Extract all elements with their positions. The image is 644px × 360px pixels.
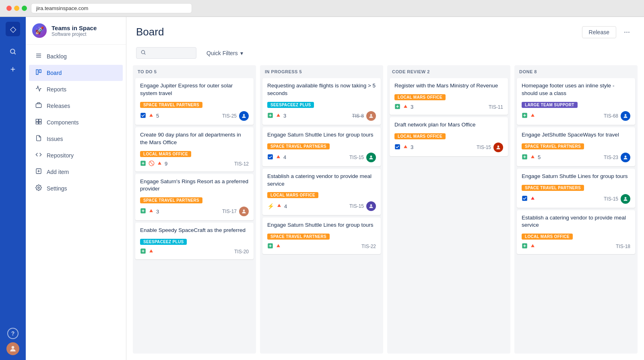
table-row[interactable]: Enable Speedy SpaceCraft as the preferre… xyxy=(135,223,254,259)
svg-marker-47 xyxy=(277,204,281,207)
project-info: Teams in Space Software project xyxy=(52,25,97,37)
reports-label: Reports xyxy=(47,86,66,93)
svg-rect-10 xyxy=(36,104,41,108)
fullscreen-button[interactable] xyxy=(22,6,27,11)
user-avatar[interactable] xyxy=(6,342,19,355)
search-nav-icon[interactable] xyxy=(6,44,20,59)
svg-marker-63 xyxy=(531,114,535,117)
svg-marker-45 xyxy=(277,155,280,158)
sidebar-item-reports[interactable]: Reports xyxy=(29,81,123,97)
card-avatar xyxy=(239,207,249,216)
board-header: Board Release ··· xyxy=(126,17,644,44)
reports-icon xyxy=(35,85,42,93)
page-title: Board xyxy=(136,26,164,38)
add-icon xyxy=(394,103,400,111)
table-row[interactable]: Create 90 day plans for all departments … xyxy=(135,127,254,172)
search-input[interactable] xyxy=(149,50,192,56)
sidebar-item-components[interactable]: Components xyxy=(29,114,123,130)
column-header-done: DONE 8 xyxy=(514,65,638,77)
card-title: Engage Saturn Shuttle Lines for group to… xyxy=(267,221,376,229)
close-button[interactable] xyxy=(6,6,12,11)
svg-rect-9 xyxy=(39,70,41,72)
table-row[interactable]: Draft network plan for Mars Office LOCAL… xyxy=(390,117,508,156)
table-row[interactable]: Register with the Mars Ministry of Reven… xyxy=(390,78,508,115)
check-icon xyxy=(522,195,528,203)
table-row[interactable]: Engage Jupiter Express for outer solar s… xyxy=(135,78,254,125)
table-row[interactable]: Engage Saturn Shuttle Lines for group to… xyxy=(517,169,635,208)
table-row[interactable]: Engage Saturn's Rings Resort as a prefer… xyxy=(135,174,254,221)
card-count: 4 xyxy=(284,203,287,209)
add-icon xyxy=(140,208,146,215)
card-ticket-id: TIS-15 xyxy=(604,196,618,202)
sidebar-item-issues[interactable]: Issues xyxy=(29,131,123,147)
table-row[interactable]: Establish a catering vendor to provide m… xyxy=(517,210,635,254)
priority-icon xyxy=(149,113,154,119)
add-icon xyxy=(522,112,528,120)
card-footer: TIS-20 xyxy=(140,248,249,255)
block-icon xyxy=(149,160,155,168)
table-row[interactable]: Engage Saturn Shuttle Lines for group to… xyxy=(262,217,381,254)
chevron-down-icon: ▾ xyxy=(240,50,243,56)
svg-point-46 xyxy=(370,155,372,157)
table-row[interactable]: Requesting available flights is now taki… xyxy=(262,78,381,125)
column-header-codereview: CODE REVIEW 2 xyxy=(387,65,510,77)
svg-marker-42 xyxy=(277,114,280,117)
card-footer: ⚡ 4 TIS-15 xyxy=(267,201,376,211)
sidebar-item-releases[interactable]: Releases xyxy=(29,98,123,114)
create-nav-icon[interactable] xyxy=(6,62,20,77)
icon-sidebar: ◇ ? xyxy=(0,17,26,360)
column-header-todo: TO DO 5 xyxy=(133,65,256,77)
sidebar-item-repository[interactable]: Repository xyxy=(29,147,123,163)
card-label: LOCAL MARS OFFICE xyxy=(394,133,446,139)
table-row[interactable]: Engage Saturn Shuttle Lines for group to… xyxy=(262,127,381,166)
priority-icon xyxy=(530,243,535,250)
components-label: Components xyxy=(47,119,78,126)
address-bar[interactable]: jira.teamsinspace.com xyxy=(31,3,192,13)
project-header: 🚀 Teams in Space Software project xyxy=(26,17,126,45)
card-label: SPACE TRAVEL PARTNERS xyxy=(267,234,330,240)
quick-filters-label: Quick Filters xyxy=(206,50,238,56)
card-count: 9 xyxy=(165,161,167,167)
card-ticket-id: TIS-17 xyxy=(222,209,237,214)
add-item-label: Add item xyxy=(47,169,69,175)
app-logo[interactable]: ◇ xyxy=(6,22,20,36)
releases-icon xyxy=(35,102,42,110)
sidebar-item-add-item[interactable]: Add item xyxy=(29,164,123,180)
search-box[interactable] xyxy=(136,47,196,59)
card-avatar xyxy=(239,111,249,121)
quick-filters-button[interactable]: Quick Filters ▾ xyxy=(201,48,248,59)
add-icon xyxy=(140,160,146,168)
card-label: LOCAL MARS OFFICE xyxy=(522,234,573,240)
card-footer: 4 TIS-15 xyxy=(267,153,376,162)
svg-line-1 xyxy=(14,53,15,54)
table-row[interactable]: Establish a catering vendor to provide m… xyxy=(262,169,381,215)
card-ticket-id: TIS-15 xyxy=(477,145,491,150)
sidebar-item-board[interactable]: Board xyxy=(29,65,123,81)
help-button[interactable]: ? xyxy=(7,328,19,339)
board-body: TO DO 5 Engage Jupiter Express for outer… xyxy=(126,62,644,360)
add-icon xyxy=(522,243,528,250)
card-count: 4 xyxy=(283,154,286,160)
browser-chrome: jira.teamsinspace.com xyxy=(0,0,644,17)
table-row[interactable]: Homepage footer uses an inline style - s… xyxy=(517,78,635,125)
svg-marker-68 xyxy=(531,155,535,158)
card-ticket-id: TIS-12 xyxy=(234,161,249,167)
priority-icon xyxy=(149,208,154,215)
priority-icon xyxy=(276,113,281,119)
sidebar-item-settings[interactable]: Settings xyxy=(29,180,123,197)
column-todo: TO DO 5 Engage Jupiter Express for outer… xyxy=(133,65,256,354)
release-button[interactable]: Release xyxy=(582,26,616,38)
card-footer: 9 TIS-12 xyxy=(140,160,249,168)
table-row[interactable]: Engage JetShuttle SpaceWays for travel S… xyxy=(517,127,635,166)
svg-rect-21 xyxy=(140,113,146,118)
priority-icon xyxy=(276,243,281,250)
more-button[interactable]: ··· xyxy=(619,25,634,39)
card-count: 3 xyxy=(411,104,413,110)
traffic-lights xyxy=(6,6,27,11)
card-title: Engage JetShuttle SpaceWays for travel xyxy=(522,131,630,139)
sidebar-item-backlog[interactable]: Backlog xyxy=(29,48,123,64)
card-footer: 5 TIS-23 xyxy=(522,153,630,162)
priority-icon xyxy=(403,104,408,110)
card-title: Engage Jupiter Express for outer solar s… xyxy=(140,82,249,97)
minimize-button[interactable] xyxy=(14,6,19,11)
